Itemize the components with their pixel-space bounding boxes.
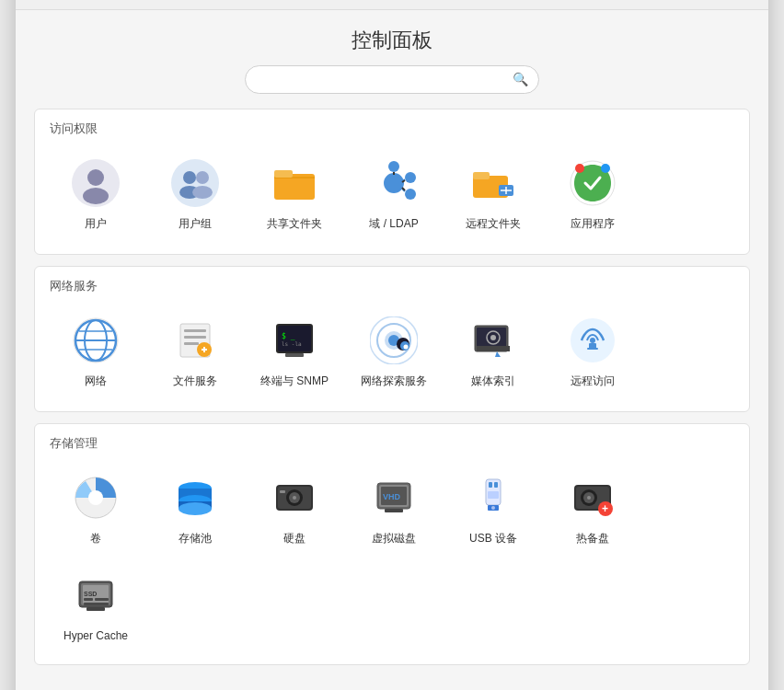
hot-spare-icon: + <box>565 470 620 525</box>
grid-item-storage-pool[interactable]: 存储池 <box>149 463 241 554</box>
svg-point-4 <box>183 171 196 184</box>
search-wrapper: 🔍 <box>245 65 539 94</box>
storage-pool-icon <box>167 470 223 525</box>
remote-access-icon <box>565 313 620 368</box>
grid-item-hot-spare[interactable]: + 热备盘 <box>547 463 639 554</box>
svg-text:SSD: SSD <box>84 591 97 597</box>
item-label-media-index: 媒体索引 <box>471 374 515 389</box>
svg-point-2 <box>83 188 109 204</box>
grid-item-usergroup[interactable]: 用户组 <box>149 148 241 239</box>
section-title-access: 访问权限 <box>50 121 734 137</box>
grid-item-terminal-snmp[interactable]: $ _ ls -la 终端与 SNMP <box>248 305 340 397</box>
item-label-shared-folder: 共享文件夹 <box>267 216 322 232</box>
svg-rect-81 <box>489 482 492 488</box>
item-label-volume: 卷 <box>90 531 101 546</box>
svg-point-13 <box>405 189 416 200</box>
grid-item-user[interactable]: 用户 <box>50 148 142 239</box>
main-window: 帮助 − □ ✕ 控制面板 🔍 访问权限 用户 用户组 <box>15 0 769 690</box>
grid-item-ldap[interactable]: 域 / LDAP <box>348 148 440 239</box>
svg-point-10 <box>385 174 403 192</box>
sections-wrapper: 访问权限 用户 用户组 共享文件夹 域 / LDAP <box>34 109 750 665</box>
grid-item-hdd[interactable]: 硬盘 <box>248 463 340 554</box>
title-bar: 帮助 − □ ✕ <box>16 0 768 10</box>
grid-item-media-index[interactable]: 媒体索引 <box>447 305 539 397</box>
svg-rect-99 <box>84 603 109 605</box>
svg-rect-9 <box>274 170 293 178</box>
virtual-disk-icon: VHD <box>366 470 421 525</box>
grid-item-app[interactable]: 应用程序 <box>547 148 639 239</box>
item-label-remote-access: 远程访问 <box>571 374 615 389</box>
svg-rect-61 <box>587 348 598 350</box>
svg-rect-55 <box>477 346 510 351</box>
ldap-icon <box>366 155 421 211</box>
grid-item-virtual-disk[interactable]: VHD 虚拟磁盘 <box>348 463 440 554</box>
svg-text:$ _: $ _ <box>282 332 295 340</box>
svg-rect-36 <box>184 336 206 339</box>
grid-item-file-service[interactable]: 文件服务 <box>149 305 241 397</box>
sections-container: 访问权限 用户 用户组 共享文件夹 域 / LDAP <box>34 109 750 665</box>
item-label-storage-pool: 存储池 <box>179 531 212 546</box>
media-index-icon <box>466 313 521 368</box>
search-icon: 🔍 <box>513 72 528 86</box>
grid-item-network[interactable]: 网络 <box>50 305 142 397</box>
grid-item-shared-folder[interactable]: 共享文件夹 <box>248 148 340 239</box>
svg-point-59 <box>590 338 595 343</box>
grid-item-usb[interactable]: USB 设备 <box>447 463 539 554</box>
svg-point-85 <box>491 506 495 510</box>
svg-rect-98 <box>95 598 109 601</box>
grid-item-remote-access[interactable]: 远程访问 <box>547 305 639 397</box>
svg-rect-45 <box>285 353 304 357</box>
svg-rect-100 <box>86 607 105 611</box>
item-label-usb: USB 设备 <box>469 531 517 546</box>
svg-rect-35 <box>184 329 206 332</box>
item-label-virtual-disk: 虚拟磁盘 <box>372 531 416 546</box>
grid-item-hyper-cache[interactable]: SSD Hyper Cache <box>50 561 142 650</box>
usb-icon <box>466 470 521 525</box>
hdd-icon <box>267 470 322 525</box>
usergroup-icon <box>167 155 223 211</box>
svg-text:+: + <box>602 502 608 515</box>
item-label-app: 应用程序 <box>571 216 615 232</box>
svg-rect-21 <box>473 172 490 179</box>
item-label-terminal-snmp: 终端与 SNMP <box>260 374 329 389</box>
grid-item-volume[interactable]: 卷 <box>50 463 142 554</box>
svg-point-3 <box>171 159 219 207</box>
section-title-network: 网络服务 <box>50 278 734 294</box>
svg-rect-74 <box>280 490 285 493</box>
help-link[interactable]: 帮助 <box>662 0 686 2</box>
section-title-storage: 存储管理 <box>50 435 734 452</box>
item-label-hot-spare: 热备盘 <box>576 531 609 546</box>
item-label-network-discovery: 网络探索服务 <box>361 374 427 389</box>
hyper-cache-icon: SSD <box>68 569 123 624</box>
item-label-hdd: 硬盘 <box>283 531 306 546</box>
item-label-network: 网络 <box>85 374 107 389</box>
svg-point-52 <box>404 344 409 349</box>
item-label-ldap: 域 / LDAP <box>369 216 418 232</box>
svg-rect-82 <box>494 482 498 488</box>
grid-item-network-discovery[interactable]: 网络探索服务 <box>348 305 440 397</box>
remote-folder-icon <box>466 155 521 211</box>
svg-point-90 <box>587 496 591 500</box>
grid-item-remote-folder[interactable]: 远程文件夹 <box>447 148 539 239</box>
search-bar: 🔍 <box>34 65 750 94</box>
svg-point-7 <box>192 186 213 199</box>
search-input[interactable] <box>245 65 539 94</box>
svg-point-1 <box>87 169 104 186</box>
svg-text:VHD: VHD <box>383 492 401 501</box>
svg-point-63 <box>88 490 103 505</box>
page-title: 控制面板 <box>34 10 750 65</box>
svg-text:ls -la: ls -la <box>282 340 302 347</box>
svg-point-68 <box>179 502 212 515</box>
svg-point-6 <box>196 171 209 184</box>
section-network: 网络服务 网络 文件服务 $ _ ls -la 终端与 SNMP <box>34 266 750 412</box>
item-label-hyper-cache: Hyper Cache <box>63 629 128 642</box>
network-icon <box>68 313 123 368</box>
app-icon <box>565 155 620 211</box>
section-access: 访问权限 用户 用户组 共享文件夹 域 / LDAP <box>34 109 750 255</box>
items-grid-access: 用户 用户组 共享文件夹 域 / LDAP 远 <box>50 148 734 239</box>
user-icon <box>68 155 123 211</box>
terminal-snmp-icon: $ _ ls -la <box>267 313 322 368</box>
svg-rect-97 <box>84 598 93 601</box>
content-area: 控制面板 🔍 访问权限 用户 用户组 共享文件夹 <box>16 10 768 691</box>
svg-point-73 <box>293 496 296 500</box>
